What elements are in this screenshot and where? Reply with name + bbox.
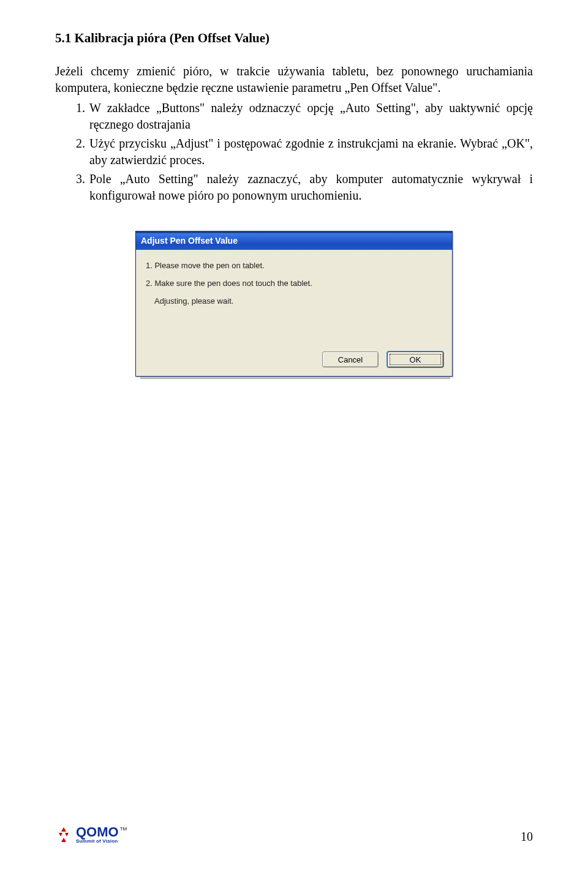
list-text: W zakładce „Buttons" należy odznaczyć op… — [89, 101, 533, 131]
instruction-list: 1. W zakładce „Buttons" należy odznaczyć… — [55, 100, 533, 204]
qomo-logo: QOMO TM Summit of Vision — [55, 825, 127, 844]
svg-marker-3 — [61, 838, 66, 842]
logo-name: QOMO — [76, 825, 119, 839]
logo-icon — [55, 826, 72, 843]
logo-text: QOMO TM — [76, 825, 127, 839]
adjust-pen-offset-dialog: Adjust Pen Offset Value 1. Please move t… — [135, 231, 453, 377]
logo-tagline: Summit of Vision — [76, 839, 127, 844]
ok-button[interactable]: OK — [387, 351, 443, 367]
dialog-button-row: Cancel OK — [136, 348, 452, 376]
list-number: 3. — [76, 171, 85, 187]
page-footer: QOMO TM Summit of Vision 10 — [55, 825, 533, 844]
svg-marker-2 — [65, 833, 69, 836]
dialog-titlebar: Adjust Pen Offset Value — [136, 231, 452, 250]
cancel-button[interactable]: Cancel — [322, 351, 379, 367]
intro-paragraph: Jeżeli chcemy zmienić pióro, w trakcie u… — [55, 63, 533, 96]
list-item: 2. Użyć przycisku „Adjust" i postępować … — [76, 135, 533, 168]
list-number: 2. — [76, 135, 85, 152]
dialog-body: 1. Please move the pen on tablet. 2. Mak… — [136, 250, 452, 348]
logo-text-wrap: QOMO TM Summit of Vision — [76, 825, 127, 844]
dialog-shadow — [140, 377, 450, 379]
dialog-status: Adjusting, please wait. — [146, 296, 442, 306]
list-text: Użyć przycisku „Adjust" i postępować zgo… — [89, 137, 533, 167]
dialog-title: Adjust Pen Offset Value — [141, 236, 238, 246]
list-text: Pole „Auto Setting" należy zaznaczyć, ab… — [89, 172, 533, 202]
page-number: 10 — [521, 830, 533, 844]
svg-marker-0 — [61, 827, 66, 832]
dialog-screenshot: Adjust Pen Offset Value 1. Please move t… — [135, 231, 453, 379]
logo-tm: TM — [120, 827, 127, 832]
dialog-step-2: 2. Make sure the pen does not touch the … — [146, 279, 442, 288]
list-item: 3. Pole „Auto Setting" należy zaznaczyć,… — [76, 171, 533, 204]
svg-marker-1 — [59, 833, 62, 836]
list-number: 1. — [76, 100, 85, 116]
dialog-step-1: 1. Please move the pen on tablet. — [146, 261, 442, 270]
section-heading: 5.1 Kalibracja pióra (Pen Offset Value) — [55, 31, 533, 46]
list-item: 1. W zakładce „Buttons" należy odznaczyć… — [76, 100, 533, 133]
